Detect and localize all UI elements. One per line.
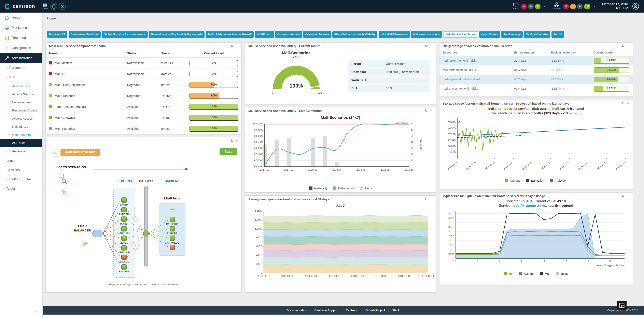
table-row[interactable]: Mail - User ExperienceDegraded8m 2s50% [46,79,242,90]
services-chevron-icon[interactable]: ▾ [594,5,595,8]
svg-text:800.0: 800.0 [256,236,262,239]
node-uranus[interactable] [121,255,126,260]
tab-datacenters-tem-hum[interactable]: Datacenters Tem/Hum [68,31,100,38]
footer-link-centreon-support[interactable]: Centreon Support [314,309,339,312]
sidebar-item-logs[interactable]: Logs [0,156,42,165]
node-saturn[interactable] [121,264,126,269]
node-mars[interactable] [121,217,126,222]
node-mercury[interactable] [121,226,126,231]
sidebar-item-access-groups[interactable]: Access Groups [0,90,42,98]
table-row[interactable]: Mail-FrontendsDegraded1h 16m60% [46,90,242,101]
status-badge[interactable]: 0 [521,3,527,9]
fullscreen-button[interactable] [617,301,626,310]
status-badge[interactable]: 0 [577,3,583,9]
minimize-icon[interactable]: − [627,102,630,105]
minimize-icon[interactable]: − [627,194,630,198]
node-ganymede[interactable] [170,236,175,241]
node-jupiter[interactable] [121,207,126,212]
sidebar-item-reload-acl[interactable]: Reload ACL [0,122,42,131]
table-row[interactable]: Mail-GatewaysAvailable1h 38m100% [46,112,242,123]
tab-top-10[interactable]: Top 10 [552,31,564,38]
breadcrumb[interactable]: Home [47,17,56,20]
tab-network-availability-reliability-analysis[interactable]: Network availability & reliability analy… [149,31,204,38]
refresh-icon[interactable]: ↻ [425,44,428,48]
poller-database-icon[interactable] [50,3,57,10]
refresh-icon[interactable]: ↻ [622,44,624,48]
tab-open-tickets[interactable]: Open Tickets [479,31,500,38]
refresh-icon[interactable]: ↻ [425,197,428,201]
sidebar-item-centreon-mbi[interactable]: Centreon MBI [0,131,42,139]
tab-centreon-website[interactable]: Centreon Website [275,31,302,38]
refresh-icon[interactable]: ↻ [622,194,624,198]
table-row[interactable]: mail-neptune-frontend - disk-/44.2 days8… [440,75,633,84]
sidebar-item-acl-rules[interactable]: ACL rules [0,139,42,147]
tab-mail-service-analysis[interactable]: Mail service analysis [411,31,442,38]
sidebar-item-resources-access[interactable]: Resources Access [0,106,42,114]
status-badge[interactable]: 5 [563,3,569,9]
footer-link-slack[interactable]: Slack [392,309,400,312]
table-row[interactable]: Load-Balancer-Mail-IDFAvailable1h 57m100… [46,101,242,112]
footer-link-documentation[interactable]: Documentation [286,309,307,312]
sidebar-item-administration[interactable]: Administration [0,53,42,63]
footer-link-github-project[interactable]: Github Project [366,309,385,312]
tab-global-it-status-current-events[interactable]: Global IT status & current events [102,31,148,38]
tab-mail-service-dashboard[interactable]: Mail Service Dashboard [443,31,478,38]
minimize-icon[interactable]: − [627,44,630,48]
hosts-chevron-icon[interactable]: ▾ [544,5,545,8]
table-row[interactable]: Mail-ScenariosAvailable8m 2s100% [46,123,242,134]
sidebar-collapse-button[interactable]: « [35,309,37,314]
tab-database-fs[interactable]: Database FS [47,31,67,38]
minimize-icon[interactable]: − [430,109,432,112]
node-io[interactable] [170,245,175,250]
status-badge[interactable]: 0 [528,3,534,9]
node-earth[interactable] [121,197,126,203]
poller-latency-icon[interactable] [59,3,66,10]
minimize-icon[interactable]: − [236,44,238,48]
sidebar-item-menus-access[interactable]: Menus Access [0,98,42,106]
minimize-icon[interactable]: − [430,197,432,201]
sidebar-item-access-list[interactable]: Access List [0,82,42,90]
tab-customer-journey[interactable]: Customer Journey [303,31,331,38]
sidebar-item-monitoring[interactable]: Monitoring [0,23,42,33]
status-badge[interactable]: 5 [535,3,541,9]
sidebar-item-actions-access[interactable]: Actions Access [0,114,42,122]
sidebar-item-acl[interactable]: ▾ACL [0,72,42,82]
table-row[interactable]: mail-jupiter-frontend - disk-/29.3 days-… [440,56,633,65]
refresh-icon[interactable]: ↻ [425,109,428,112]
sidebar-item-configuration[interactable]: Configuration [0,43,42,53]
minimize-icon[interactable]: − [430,44,432,48]
tab-tactical-overview[interactable]: Tactical Overview [524,31,550,38]
brand-logo[interactable]: centreon [4,3,40,9]
refresh-icon[interactable]: ↻ [622,102,624,105]
sidebar-item-extensions[interactable]: ▸Extensions [0,147,42,156]
level-bar: 50% [190,82,238,88]
node-neptune[interactable] [121,245,126,250]
node-venus[interactable] [121,236,126,241]
tab-services-map[interactable]: Services map [501,31,523,38]
refresh-icon[interactable]: ↻ [230,44,233,48]
tab-hillmore-insurance[interactable]: HILLMORE Insurance [378,31,410,38]
node-europa[interactable] [170,226,175,232]
tab-acme-corp[interactable]: ACME corp. [255,31,274,38]
hosts-status-group[interactable]: hosts 005 ▾ [512,3,546,10]
sidebar-item-parameters[interactable]: ▸Parameters [0,63,42,72]
sidebar-item-home[interactable]: Home [0,12,42,23]
user-menu[interactable] [632,3,639,10]
sidebar-item-reporting[interactable]: Reporting [0,33,42,43]
status-badge[interactable]: 118 [584,3,591,9]
pollers-chevron-icon[interactable]: ▾ [68,5,70,8]
table-row[interactable]: Mail-IDFNot available34m 2s0% [46,68,242,79]
table-row[interactable]: Mail-MastersNot available28m 14s0% [46,57,242,68]
tab-global-infrastructure-availability[interactable]: Global Infrastructure Availability [332,31,378,38]
sidebar-item-platform-status[interactable]: ▸Platform Status [0,175,42,184]
sidebar-item-sessions[interactable]: Sessions [0,165,42,175]
pollers-menu[interactable]: ▦ pollers [42,3,48,10]
status-badge[interactable]: 4 [570,3,576,9]
tab-trafic-nb-connection-on-firewall[interactable]: Trafic & Nb connection on Firewall [206,31,254,38]
services-status-group[interactable]: services 540118 ▾ [552,3,596,10]
sidebar-item-about[interactable]: About [0,184,42,193]
node-callisto[interactable] [170,217,175,222]
table-row[interactable]: mail-uranus-frontend - disk-/60.4 days-3… [440,84,633,93]
table-row[interactable]: mail-earth-frontend - disk-/31.4 days88.… [440,65,633,75]
footer-link-centreon[interactable]: Centreon [346,309,358,312]
